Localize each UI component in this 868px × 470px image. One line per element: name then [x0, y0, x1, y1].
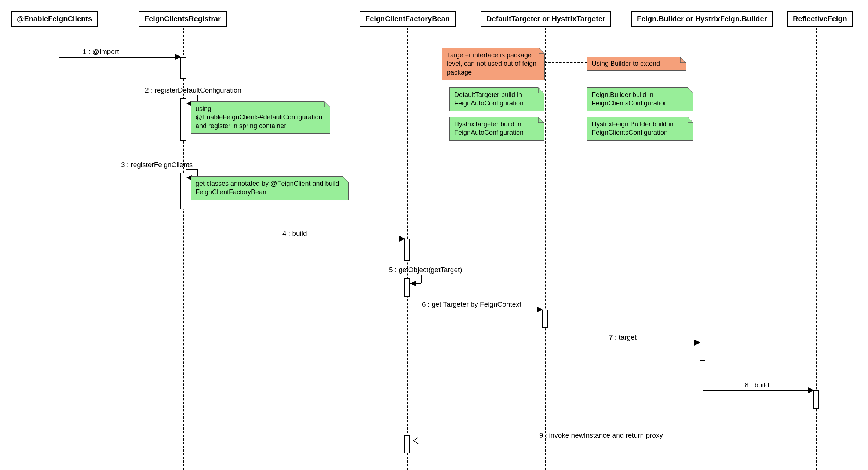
participant-feignbuilder: Feign.Builder or HystrixFeign.Builder	[631, 11, 773, 27]
message-1-label: 1 : @Import	[83, 48, 119, 56]
note-fold-icon	[538, 87, 544, 93]
message-9-arrow	[413, 441, 816, 441]
activation-p6	[813, 390, 819, 409]
note-default-targeter: DefaultTargeter build in FeignAutoConfig…	[449, 87, 544, 111]
note-targeter-interface: Targeter interface is package level, can…	[442, 48, 545, 80]
note-fold-icon	[539, 48, 545, 54]
message-5-head	[410, 281, 416, 286]
note-text: Feign.Builder build in FeignClientsConfi…	[592, 91, 668, 107]
note-fold-icon	[538, 117, 544, 123]
note-connector	[545, 62, 587, 63]
message-2-label: 2 : registerDefaultConfiguration	[145, 86, 241, 94]
note-fold-icon	[343, 176, 349, 182]
activation-p4	[542, 310, 548, 328]
lifeline-p1	[59, 28, 59, 470]
message-6-label: 6 : get Targeter by FeignContext	[422, 300, 521, 308]
note-text: HystrixTargeter build in FeignAutoConfig…	[454, 120, 524, 136]
lifeline-p4	[545, 28, 546, 470]
note-fold-icon	[680, 57, 686, 63]
participant-feignclientfactorybean: FeignClientFactoryBean	[360, 11, 456, 27]
message-1-arrow	[59, 57, 178, 58]
note-using-builder: Using Builder to extend	[587, 57, 686, 70]
activation-p2-1	[180, 57, 186, 79]
message-9-label: 9 : invoke newInstance and return proxy	[539, 431, 663, 440]
note-fold-icon	[688, 87, 693, 93]
message-8-arrow	[703, 390, 810, 391]
participant-enablefeignclients: @EnableFeignClients	[11, 11, 98, 27]
activation-p2-3	[180, 173, 186, 209]
message-7-label: 7 : target	[609, 333, 637, 341]
note-fold-icon	[688, 117, 693, 123]
participant-reflectivefeign: ReflectiveFeign	[787, 11, 853, 27]
note-fold-icon	[324, 101, 330, 107]
message-4-arrow	[183, 239, 401, 239]
note-text: Using Builder to extend	[592, 60, 660, 67]
activation-p3-1	[404, 239, 410, 261]
message-9-head	[413, 438, 419, 444]
note-feign-builder: Feign.Builder build in FeignClientsConfi…	[587, 87, 693, 111]
message-6-arrow	[407, 310, 539, 310]
activation-p2-2	[180, 98, 186, 141]
participant-feignclientsregistrar: FeignClientsRegistrar	[139, 11, 227, 27]
note-hystrix-targeter: HystrixTargeter build in FeignAutoConfig…	[449, 117, 544, 141]
note-text: get classes annotated by @FeignClient an…	[196, 180, 339, 196]
activation-p3-3	[404, 435, 410, 453]
activation-p5	[700, 343, 705, 361]
message-7-arrow	[545, 343, 697, 343]
note-text: using @EnableFeignClients#defaultConfigu…	[196, 105, 322, 130]
activation-p3-2	[404, 278, 410, 297]
message-5-label: 5 : getObject(getTarget)	[389, 266, 462, 274]
message-3-label: 3 : registerFeignClients	[121, 161, 193, 169]
message-4-label: 4 : build	[282, 229, 307, 238]
participant-targeter: DefaultTargeter or HystrixTargeter	[481, 11, 611, 27]
note-default-configuration: using @EnableFeignClients#defaultConfigu…	[191, 101, 330, 134]
note-text: Targeter interface is package level, can…	[447, 51, 536, 76]
note-text: DefaultTargeter build in FeignAutoConfig…	[454, 91, 524, 107]
note-text: HystrixFeign.Builder build in FeignClien…	[592, 120, 674, 136]
message-8-label: 8 : build	[745, 381, 769, 389]
lifeline-p5	[703, 28, 703, 470]
note-register-feignclients: get classes annotated by @FeignClient an…	[191, 176, 349, 200]
note-hystrix-feign-builder: HystrixFeign.Builder build in FeignClien…	[587, 117, 693, 141]
